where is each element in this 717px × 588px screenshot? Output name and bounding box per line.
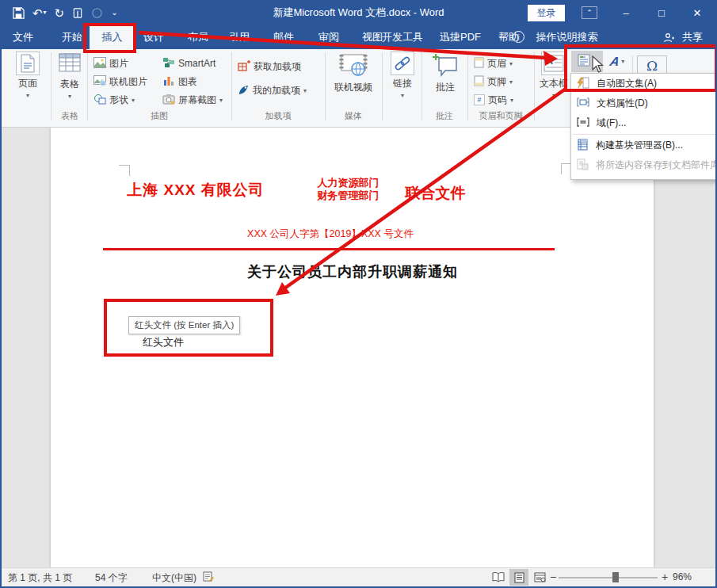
shapes-button[interactable]: 形状 ▾ — [93, 92, 135, 108]
table-label: 表格 — [60, 78, 79, 91]
title-bar: ↶▾ ↻ ⌄ 新建Microsoft Word 文档.docx - Word 登… — [2, 0, 715, 25]
minimize-button[interactable]: – — [610, 0, 642, 25]
link-icon — [391, 52, 414, 75]
tab-design[interactable]: 设计 — [136, 25, 171, 49]
header-button[interactable]: 页眉 ▾ — [474, 55, 513, 71]
share-person-icon — [663, 32, 674, 47]
word-count[interactable]: 54 个字 — [95, 571, 128, 585]
quick-parts-menu: 自动图文集(A) 文档属性(D) 域(F)... 构建基块管理器(B)... 将… — [570, 73, 717, 180]
margin-corner-mark — [119, 165, 130, 176]
group-label-illustrations: 插图 — [87, 110, 231, 122]
header-caret-icon: ▾ — [509, 60, 513, 67]
menu-item-field[interactable]: 域(F)... — [571, 113, 717, 133]
wordart-button[interactable]: A ▾ — [604, 51, 630, 72]
web-layout-button[interactable] — [530, 569, 549, 586]
header-icon — [474, 57, 484, 71]
tab-pdf[interactable]: 迅捷PDF — [437, 25, 484, 49]
footer-button[interactable]: 页脚 ▾ — [474, 74, 513, 90]
group-label-header-footer: 页眉和页脚 — [467, 110, 534, 122]
table-icon — [58, 52, 82, 76]
svg-text:A: A — [547, 56, 553, 66]
tab-references[interactable]: 引用 — [222, 25, 257, 49]
zoom-in-button[interactable]: + — [662, 571, 668, 583]
table-caret-icon: ▾ — [68, 93, 71, 100]
screenshot-icon — [162, 94, 175, 107]
my-addins-label: 我的加载项 — [253, 84, 300, 97]
textbox-icon: A — [541, 52, 566, 75]
pages-button[interactable]: 页面 ▾ — [8, 52, 48, 99]
page-number-icon: # — [474, 94, 485, 105]
smartart-button[interactable]: SmartArt — [162, 55, 215, 71]
textbox-button[interactable]: A 文本框 ▾ — [537, 52, 570, 99]
table-button[interactable]: 表格 ▾ — [52, 52, 87, 100]
page-number-button[interactable]: # 页码 ▾ — [474, 92, 513, 108]
doc-title: 关于公司员工内部升职调薪通知 — [186, 262, 519, 281]
ribbon-tab-row: 文件 开始 插入 设计 布局 引用 邮件 审阅 视图 开发工具 迅捷PDF 帮助… — [2, 25, 715, 49]
textbox-caret-icon: ▾ — [552, 92, 555, 99]
pages-icon — [16, 52, 40, 75]
group-divider — [534, 52, 535, 120]
menu-item-building-blocks-organizer[interactable]: 构建基块管理器(B)... — [571, 136, 717, 155]
picture-button[interactable]: 图片 — [93, 55, 128, 71]
doc-company-name: 上海 XXX 有限公司 — [105, 180, 287, 200]
omega-icon: Ω — [646, 58, 658, 74]
shapes-label: 形状 — [109, 94, 128, 107]
chart-label: 图表 — [178, 75, 197, 89]
doc-departments: 人力资源部门 财务管理部门 — [311, 177, 386, 202]
zoom-slider-track[interactable] — [559, 577, 658, 578]
tab-layout[interactable]: 布局 — [181, 25, 215, 49]
doc-joint-file: 联合文件 — [398, 183, 473, 204]
window-title: 新建Microsoft Word 文档.docx - Word — [2, 6, 715, 20]
zoom-level[interactable]: 96% — [673, 571, 692, 582]
menu-item-autotext[interactable]: 自动图文集(A) — [571, 74, 717, 94]
online-video-button[interactable]: 联机视频 — [326, 53, 380, 94]
my-addins-button[interactable]: 我的加载项 ▾ — [238, 82, 307, 98]
tab-developer[interactable]: 开发工具 — [376, 25, 429, 49]
online-pictures-button[interactable]: 联机图片 — [93, 74, 147, 90]
building-blocks-icon — [577, 139, 589, 153]
links-button[interactable]: 链接 ▾ — [385, 52, 420, 99]
footer-icon — [474, 75, 484, 89]
online-video-icon — [339, 53, 368, 79]
login-button[interactable]: 登录 — [528, 5, 565, 21]
document-area: 上海 XXX 有限公司 人力资源部门 财务管理部门 联合文件 XXX 公司人字第… — [2, 128, 715, 567]
get-addins-label: 获取加载项 — [254, 60, 301, 74]
zoom-out-button[interactable]: − — [550, 571, 556, 583]
doc-red-divider-line — [103, 248, 555, 250]
read-mode-button[interactable] — [489, 569, 508, 586]
zoom-slider-thumb[interactable] — [612, 572, 619, 582]
menu-item-document-property[interactable]: 文档属性(D) — [571, 94, 717, 113]
language-indicator[interactable]: 中文(中国) — [152, 571, 196, 585]
close-button[interactable]: ✕ — [681, 0, 713, 25]
maximize-button[interactable]: □ — [646, 0, 677, 25]
group-label-media: 媒体 — [325, 110, 382, 122]
tab-insert[interactable]: 插入 — [90, 25, 135, 49]
quick-parts-caret-icon[interactable]: ▾ — [593, 58, 596, 65]
smartart-icon — [162, 57, 175, 71]
menu-separator — [573, 134, 717, 135]
ribbon-display-options-icon[interactable]: ⌃ — [582, 6, 597, 19]
group-label-addins: 加载项 — [231, 110, 325, 122]
comment-button[interactable]: 批注 — [425, 53, 466, 94]
get-addins-button[interactable]: 获取加载项 — [238, 59, 301, 74]
picture-icon — [93, 57, 106, 71]
page-indicator[interactable]: 第 1 页, 共 1 页 — [8, 571, 72, 585]
typed-text[interactable]: 红头文件 — [143, 335, 184, 349]
quick-parts-button[interactable]: ▾ — [571, 51, 603, 72]
comment-label: 批注 — [436, 81, 455, 94]
status-bar: 第 1 页, 共 1 页 54 个字 中文(中国) − + 96% — [2, 567, 715, 586]
menu-item-label: 构建基块管理器(B)... — [596, 139, 683, 152]
tell-me-search[interactable]: 操作说明搜索 — [529, 25, 604, 49]
screenshot-button[interactable]: 屏幕截图 ▾ — [162, 92, 223, 108]
share-button[interactable]: 共享 — [675, 25, 710, 49]
print-layout-button[interactable] — [509, 569, 528, 586]
tab-mailings[interactable]: 邮件 — [266, 25, 301, 49]
tab-review[interactable]: 审阅 — [311, 25, 346, 49]
comment-icon — [433, 53, 458, 79]
online-pictures-icon — [93, 75, 106, 89]
chart-button[interactable]: 图表 — [162, 74, 197, 90]
tab-home[interactable]: 开始 — [55, 25, 90, 49]
proofing-icon[interactable] — [203, 571, 214, 585]
wordart-icon: A — [608, 55, 620, 69]
tab-file[interactable]: 文件 — [6, 25, 40, 49]
